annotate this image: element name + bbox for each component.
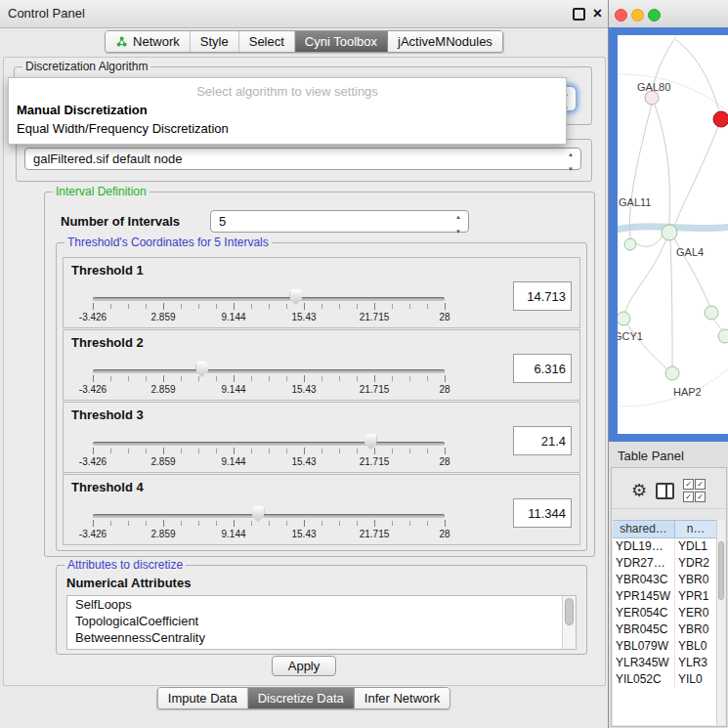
scrollbar-thumb[interactable]	[565, 598, 574, 625]
tab-select[interactable]: Select	[239, 31, 295, 52]
slider-ticks	[93, 376, 445, 381]
slider-track[interactable]	[93, 514, 445, 518]
interval-definition-label: Interval Definition	[53, 185, 150, 198]
threshold-value-field[interactable]: 14.713	[513, 281, 572, 311]
tab-label: jActiveMNodules	[398, 34, 492, 49]
tab-label: Cyni Toolbox	[305, 34, 377, 49]
columns-icon[interactable]	[656, 483, 674, 499]
mac-zoom-button[interactable]	[648, 9, 661, 21]
tab-infer-network[interactable]: Infer Network	[355, 688, 450, 708]
threshold-value-field[interactable]: 21.4	[513, 426, 572, 455]
tab-discretize-data[interactable]: Discretize Data	[248, 688, 355, 708]
checkbox-icon[interactable]	[695, 492, 706, 502]
float-window-icon[interactable]	[573, 8, 585, 21]
scale-label: 15.43	[291, 456, 316, 467]
threshold-slider[interactable]: -3.4262.8599.14415.4321.71528	[93, 434, 445, 469]
tick-major	[374, 520, 375, 527]
tick-major	[234, 448, 235, 454]
slider-track[interactable]	[93, 442, 445, 446]
table-data-combobox[interactable]: galFiltered.sif default node	[24, 148, 581, 170]
table-row[interactable]: YDL19…YDL1	[613, 538, 717, 555]
network-node[interactable]	[662, 225, 677, 240]
scale-label: 28	[439, 529, 450, 539]
list-item[interactable]: BetweennessCentrality	[67, 629, 576, 646]
network-node-selected[interactable]	[713, 111, 728, 127]
column-header-name[interactable]: n…	[675, 520, 717, 538]
threshold-slider[interactable]: -3.4262.8599.14415.4321.71528	[93, 506, 445, 541]
checkbox-icon[interactable]	[695, 479, 706, 490]
tick-major	[445, 375, 446, 382]
network-node[interactable]	[618, 312, 630, 325]
table-row[interactable]: YDR27…YDR2	[613, 555, 717, 572]
network-canvas[interactable]: GAL80 GAL11 GAL4 GCY1 HAP2	[618, 35, 728, 434]
cell: YPR145W	[613, 588, 675, 605]
tick-major	[304, 375, 305, 382]
threshold-slider[interactable]: -3.4262.8599.14415.4321.71528	[93, 362, 445, 397]
network-node[interactable]	[645, 91, 659, 105]
list-item[interactable]: SelfLoops	[67, 596, 576, 613]
tick-major	[304, 448, 305, 454]
network-node[interactable]	[665, 366, 679, 380]
table-row[interactable]: YBR043CYBR0	[613, 572, 717, 588]
cell: YER0	[675, 605, 717, 621]
close-icon[interactable]	[593, 6, 602, 21]
checkbox-icon[interactable]	[683, 479, 694, 490]
tab-style[interactable]: Style	[191, 31, 239, 52]
table-row[interactable]: YIL052CYIL0	[613, 671, 717, 688]
slider-track[interactable]	[93, 297, 445, 301]
slider-thumb[interactable]	[195, 362, 208, 377]
cell: YPR1	[675, 588, 717, 605]
tab-network[interactable]: Network	[106, 31, 191, 52]
scrollbar-thumb[interactable]	[718, 541, 724, 600]
dropdown-option-manual-discretization[interactable]: Manual Discretization	[9, 101, 566, 119]
table-row[interactable]: YBR045CYBR0	[613, 621, 717, 638]
threshold-value: 11.344	[528, 506, 566, 521]
scale-label: 21.715	[360, 529, 390, 539]
table-toolbar	[612, 473, 726, 509]
scale-label: -3.426	[79, 312, 107, 322]
column-header-shared-name[interactable]: shared…	[613, 520, 675, 538]
list-scrollbar[interactable]	[562, 596, 576, 649]
mac-close-button[interactable]	[615, 9, 627, 21]
scale-label: 15.43	[291, 529, 316, 539]
tab-impute-data[interactable]: Impute Data	[158, 688, 248, 708]
cell: YBR043C	[613, 572, 675, 588]
thresholds-group-label: Threshold's Coordinates for 5 Intervals	[64, 236, 272, 249]
cell: YBR0	[675, 572, 717, 588]
gear-icon[interactable]	[631, 482, 647, 499]
table-row[interactable]: YER054CYER0	[613, 605, 717, 621]
cell: YDL19…	[613, 538, 675, 555]
mac-minimize-button[interactable]	[631, 9, 644, 21]
num-intervals-combobox[interactable]: 5	[210, 210, 469, 233]
scale-label: 28	[439, 312, 450, 322]
column-checkboxes-icon[interactable]	[683, 479, 705, 502]
slider-thumb[interactable]	[252, 506, 265, 522]
table-row[interactable]: YPR145WYPR1	[613, 588, 717, 605]
threshold-value-field[interactable]: 11.344	[513, 498, 572, 528]
checkbox-icon[interactable]	[683, 492, 694, 502]
dropdown-option-equal-width[interactable]: Equal Width/Frequency Discretization	[9, 119, 566, 138]
threshold-slider[interactable]: -3.4262.8599.14415.4321.71528	[93, 289, 445, 324]
table-scrollbar[interactable]	[716, 520, 725, 725]
numerical-attributes-list: SelfLoops TopologicalCoefficient Between…	[66, 595, 577, 650]
network-node[interactable]	[718, 329, 728, 343]
table-row[interactable]: YBL079WYBL0	[613, 638, 717, 655]
scale-label: 9.144	[221, 312, 245, 322]
table-row[interactable]: YLR345WYLR3	[613, 655, 717, 671]
threshold-value-field[interactable]: 6.316	[513, 354, 572, 383]
num-intervals-label: Number of Intervals	[61, 214, 180, 229]
slider-thumb[interactable]	[289, 289, 302, 305]
table-header-row: shared… n…	[613, 520, 717, 538]
scale-label: 15.43	[291, 312, 316, 322]
tab-jactivemnodules[interactable]: jActiveMNodules	[388, 31, 502, 52]
list-item[interactable]: TopologicalCoefficient	[67, 613, 576, 629]
network-node[interactable]	[705, 306, 718, 320]
apply-button[interactable]: Apply	[272, 656, 336, 676]
network-view-frame: GAL80 GAL11 GAL4 GCY1 HAP2	[609, 27, 728, 442]
slider-track[interactable]	[93, 369, 445, 373]
window-title: Control Panel	[8, 0, 85, 27]
tab-label: Style	[200, 34, 229, 49]
network-node[interactable]	[624, 238, 636, 250]
tick-major	[445, 448, 446, 454]
tab-cyni-toolbox[interactable]: Cyni Toolbox	[295, 31, 388, 52]
